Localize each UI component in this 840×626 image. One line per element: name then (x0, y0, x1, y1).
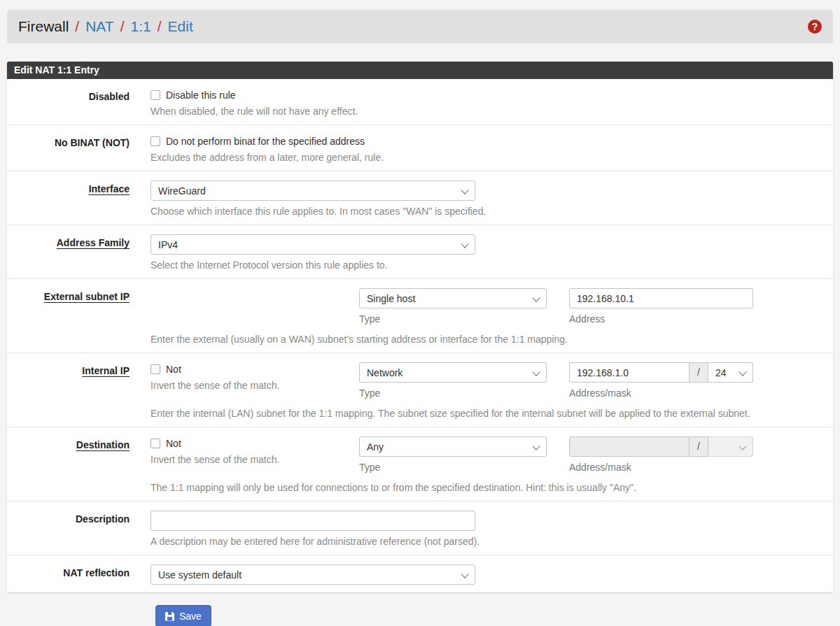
destination-address-sublabel: Address/mask (569, 462, 753, 473)
internal-type-sublabel: Type (359, 387, 569, 399)
page: Firewall / NAT / 1:1 / Edit ? Edit NAT 1… (0, 0, 840, 626)
disabled-checkbox-label: Disable this rule (166, 90, 236, 101)
breadcrumb-nat-link[interactable]: NAT (85, 18, 113, 35)
external-subnet-help: Enter the external (usually on a WAN) su… (150, 334, 819, 345)
description-help: A description may be entered here for ad… (150, 536, 819, 547)
breadcrumb-separator: / (120, 18, 125, 35)
row-internal-ip: Internal IP Not Invert the sense of the … (7, 353, 833, 427)
disabled-help: When disabled, the rule will not have an… (150, 106, 819, 117)
row-external-subnet: External subnet IP Single host Type (7, 279, 833, 353)
disabled-checkbox[interactable] (150, 90, 160, 100)
row-disabled: Disabled Disable this rule When disabled… (7, 79, 833, 125)
address-family-help: Select the Internet Protocol version thi… (150, 259, 819, 271)
row-address-family: Address Family IPv4 Select the Internet … (7, 225, 833, 279)
internal-not-label: Not (166, 364, 181, 375)
row-nat-reflection: NAT reflection Use system default (7, 555, 833, 592)
edit-nat-panel: Edit NAT 1:1 Entry Disabled Disable this… (7, 62, 833, 592)
row-no-binat: No BINAT (NOT) Do not perform binat for … (7, 125, 833, 171)
row-description: Description A description may be entered… (7, 501, 833, 555)
external-type-select[interactable]: Single host (359, 288, 547, 308)
external-address-sublabel: Address (569, 313, 753, 325)
internal-address-sublabel: Address/mask (569, 387, 753, 399)
no-binat-label: No BINAT (NOT) (7, 134, 150, 163)
breadcrumb-1to1-link[interactable]: 1:1 (130, 18, 150, 35)
destination-type-sublabel: Type (359, 462, 569, 473)
destination-not-checkbox[interactable] (150, 439, 160, 448)
no-binat-checkbox[interactable] (150, 136, 160, 146)
internal-ip-label: Internal IP (7, 362, 150, 419)
no-binat-help: Excludes the address from a later, more … (150, 152, 819, 163)
breadcrumb-separator: / (158, 18, 162, 35)
destination-help: The 1:1 mapping will only be used for co… (150, 482, 819, 493)
no-binat-checkbox-label: Do not perform binat for the specified a… (166, 136, 365, 147)
save-button-label: Save (179, 611, 202, 622)
internal-address-input[interactable] (569, 362, 690, 383)
destination-not-label: Not (166, 438, 181, 449)
row-interface: Interface WireGuard Choose which interfa… (7, 171, 833, 225)
nat-reflection-select[interactable]: Use system default (150, 564, 475, 585)
destination-not-help: Invert the sense of the match. (150, 454, 359, 465)
external-address-input[interactable] (569, 288, 753, 308)
internal-mask-select[interactable]: 24 (708, 362, 753, 383)
save-button[interactable]: Save (155, 605, 211, 626)
help-icon[interactable]: ? (808, 20, 822, 34)
interface-label: Interface (7, 180, 150, 217)
destination-label: Destination (7, 436, 150, 493)
breadcrumb-edit-link[interactable]: Edit (168, 18, 193, 35)
destination-type-select[interactable]: Any (359, 436, 547, 457)
row-destination: Destination Not Invert the sense of the … (7, 427, 833, 501)
breadcrumb-separator: / (75, 18, 79, 35)
disabled-label: Disabled (7, 88, 150, 117)
external-type-sublabel: Type (359, 313, 569, 325)
panel-title: Edit NAT 1:1 Entry (7, 62, 833, 79)
address-family-label: Address Family (7, 234, 150, 271)
external-subnet-label: External subnet IP (7, 288, 150, 345)
description-label: Description (7, 511, 150, 547)
destination-mask-select (708, 436, 753, 457)
internal-not-help: Invert the sense of the match. (150, 380, 359, 391)
internal-type-select[interactable]: Network (359, 362, 547, 383)
internal-not-checkbox[interactable] (150, 364, 160, 374)
save-icon (165, 612, 174, 621)
interface-help: Choose which interface this rule applies… (150, 206, 819, 217)
address-mask-separator: / (690, 362, 708, 383)
breadcrumb-firewall: Firewall (18, 18, 69, 35)
internal-ip-help: Enter the internal (LAN) subnet for the … (150, 408, 819, 419)
address-family-select[interactable]: IPv4 (150, 234, 475, 255)
breadcrumb: Firewall / NAT / 1:1 / Edit ? (7, 10, 833, 43)
interface-select[interactable]: WireGuard (150, 180, 475, 201)
address-mask-separator: / (690, 436, 708, 457)
destination-address-input (569, 436, 690, 457)
description-input[interactable] (150, 511, 475, 531)
nat-reflection-label: NAT reflection (7, 564, 150, 585)
